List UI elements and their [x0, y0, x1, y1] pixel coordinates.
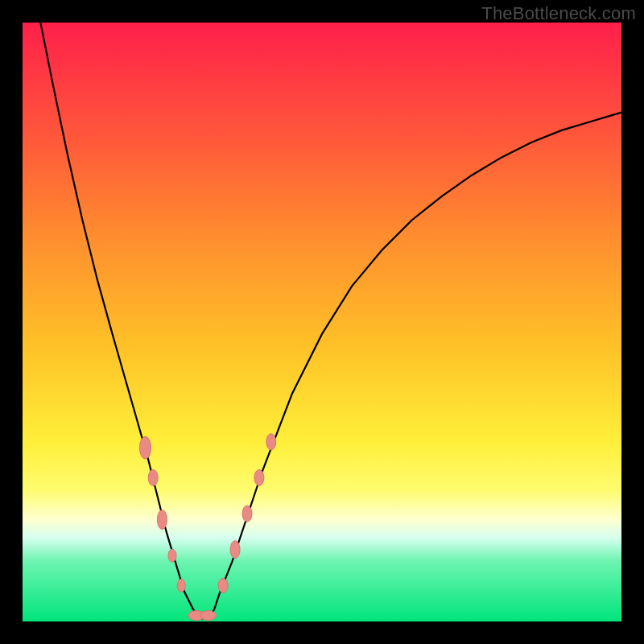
watermark-text: TheBottleneck.com: [481, 3, 636, 24]
curve-markers: [140, 434, 276, 621]
curve-marker: [148, 469, 158, 485]
curve-marker: [140, 436, 151, 459]
curve-line: [40, 23, 621, 618]
curve-marker: [157, 510, 167, 530]
bottleneck-curve: [23, 23, 621, 621]
curve-marker: [230, 541, 240, 559]
curve-marker: [177, 579, 185, 592]
curve-marker: [168, 549, 176, 562]
curve-marker: [218, 578, 228, 592]
curve-marker: [266, 434, 276, 450]
curve-marker: [242, 506, 252, 522]
chart-frame: TheBottleneck.com: [0, 0, 644, 644]
curve-marker: [200, 611, 217, 621]
curve-marker: [254, 469, 264, 485]
plot-area: [23, 23, 621, 621]
